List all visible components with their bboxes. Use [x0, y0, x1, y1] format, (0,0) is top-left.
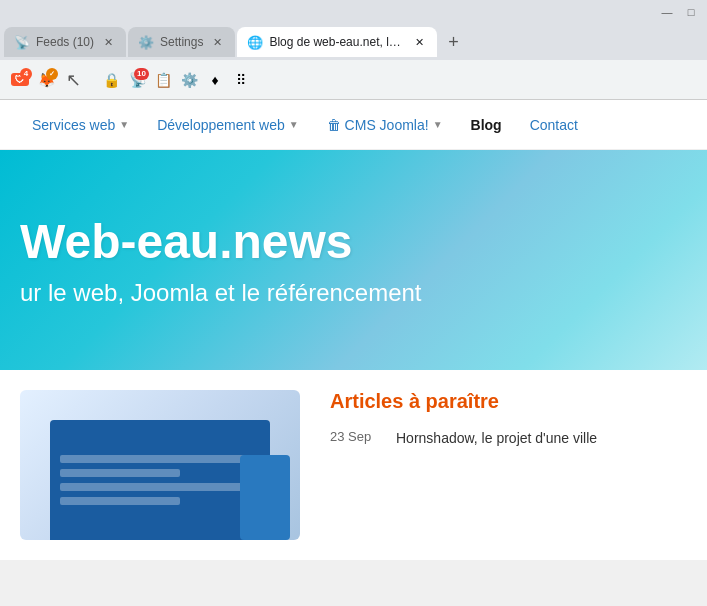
lock-icon[interactable]: 🔒 [99, 68, 123, 92]
content-area: Articles à paraître 23 Sep Hornshadow, l… [0, 370, 707, 560]
hero-banner: Web-eau.news ur le web, Joomla et le réf… [0, 150, 707, 370]
nav-blog-label: Blog [471, 117, 502, 133]
new-tab-button[interactable]: + [439, 28, 467, 56]
device-line-4 [60, 497, 180, 505]
feeds-tab-close[interactable]: ✕ [100, 34, 116, 50]
tab-feeds[interactable]: 📡 Feeds (10) ✕ [4, 27, 126, 57]
articles-title: Articles à paraître [330, 390, 687, 413]
rss-icon[interactable]: 📡 10 [125, 68, 149, 92]
minimize-button[interactable]: — [655, 1, 679, 23]
clipboard-icon[interactable]: 📋 [151, 68, 175, 92]
site-nav: Services web ▼ Développement web ▼ 🗑 CMS… [0, 100, 707, 150]
cursor-area: ↖ [66, 69, 81, 91]
device-screen [50, 420, 270, 540]
tab-blog[interactable]: 🌐 Blog de web-eau.net, le... ✕ [237, 27, 437, 57]
maximize-button[interactable]: □ [679, 1, 703, 23]
window-controls: — □ [0, 0, 707, 24]
hero-title: Web-eau.news [20, 214, 687, 269]
dots-icon[interactable]: ⠿ [229, 68, 253, 92]
nav-contact-label: Contact [530, 117, 578, 133]
device-screen-lines [50, 445, 270, 515]
settings-tab-close[interactable]: ✕ [209, 34, 225, 50]
nav-dev-web[interactable]: Développement web ▼ [145, 109, 311, 141]
feeds-tab-icon: 📡 [14, 35, 30, 50]
device-image [20, 390, 300, 540]
phone-small [240, 455, 290, 540]
nav-cms-joomla-arrow: ▼ [433, 119, 443, 130]
brave-shield-badge: 4 [20, 68, 32, 80]
feeds-tab-label: Feeds (10) [36, 35, 94, 49]
rss-badge: 10 [134, 68, 149, 80]
nav-services-web[interactable]: Services web ▼ [20, 109, 141, 141]
blog-tab-label: Blog de web-eau.net, le... [269, 35, 405, 49]
ethereum-icon[interactable]: ♦ [203, 68, 227, 92]
article-title-text: Hornshadow, le projet d'une ville [396, 429, 597, 449]
metamask-icon[interactable]: 🦊 ✓ [34, 68, 58, 92]
settings-tab-icon: ⚙️ [138, 35, 154, 50]
nav-cms-joomla[interactable]: 🗑 CMS Joomla! ▼ [315, 109, 455, 141]
tab-settings[interactable]: ⚙️ Settings ✕ [128, 27, 235, 57]
device-line-1 [60, 455, 260, 463]
nav-dev-web-label: Développement web [157, 117, 285, 133]
device-line-2 [60, 469, 180, 477]
nav-cms-joomla-label: 🗑 CMS Joomla! [327, 117, 429, 133]
nav-dev-web-arrow: ▼ [289, 119, 299, 130]
nav-services-web-label: Services web [32, 117, 115, 133]
device-line-3 [60, 483, 260, 491]
blog-tab-icon: 🌐 [247, 35, 263, 50]
hero-subtitle: ur le web, Joomla et le référencement [20, 279, 687, 307]
blog-tab-close[interactable]: ✕ [411, 34, 427, 50]
settings-tab-label: Settings [160, 35, 203, 49]
article-date: 23 Sep [330, 429, 380, 449]
articles-section: Articles à paraître 23 Sep Hornshadow, l… [330, 390, 687, 540]
nav-contact[interactable]: Contact [518, 109, 590, 141]
toolbar: 🛡 4 🦊 ✓ ↖ 🔒 📡 10 📋 ⚙️ ♦ ⠿ [0, 60, 707, 100]
nav-blog[interactable]: Blog [459, 109, 514, 141]
toolbar-extensions: 🔒 📡 10 📋 ⚙️ ♦ ⠿ [99, 68, 253, 92]
article-item: 23 Sep Hornshadow, le projet d'une ville [330, 429, 687, 449]
website-content: Services web ▼ Développement web ▼ 🗑 CMS… [0, 100, 707, 560]
tab-bar: 📡 Feeds (10) ✕ ⚙️ Settings ✕ 🌐 Blog de w… [0, 24, 707, 60]
brave-shield-icon[interactable]: 🛡 4 [8, 68, 32, 92]
nav-services-web-arrow: ▼ [119, 119, 129, 130]
metamask-badge: ✓ [46, 68, 58, 80]
gear-icon[interactable]: ⚙️ [177, 68, 201, 92]
